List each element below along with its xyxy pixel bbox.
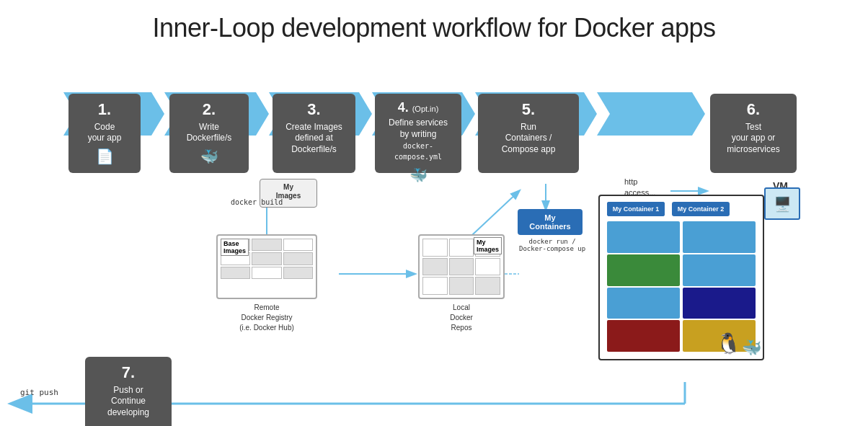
local-repos-box: MyImages: [418, 234, 505, 299]
step1-icon: 📄: [73, 147, 136, 166]
step5-label: RunContainers /Compose app: [482, 122, 575, 156]
diagram-area: 1. Codeyour app 📄 2. WriteDockerfile/s 🐳…: [0, 50, 868, 418]
step7-box: 7. Push orContinuedeveloping: [85, 357, 172, 426]
step7-number: 7.: [89, 363, 167, 383]
remote-registry-label: RemoteDocker Registry(i.e. Docker Hub): [209, 303, 324, 333]
step3-number: 3.: [277, 99, 351, 120]
step2-label: WriteDockerfile/s: [174, 122, 244, 144]
step2-icon: 🐳: [174, 147, 244, 166]
step5-box: 5. RunContainers /Compose app: [478, 94, 579, 173]
step1-number: 1.: [73, 99, 136, 120]
step4-box: 4. (Opt.in) Define servicesby writingdoc…: [375, 94, 461, 173]
remote-registry-box: BaseImages: [216, 234, 317, 299]
my-containers-box: MyContainers: [518, 209, 583, 235]
http-access-label: httpaccess...: [624, 177, 655, 199]
step4-number: 4. (Opt.in): [379, 99, 457, 116]
step3-label: Create Imagesdefined atDockerfile/s: [277, 122, 351, 156]
docker-icon: 🐳: [742, 339, 761, 358]
step1-label: Codeyour app: [73, 122, 136, 144]
vm-monitor-icon: 🖥️: [764, 187, 800, 220]
step3-box: 3. Create Imagesdefined atDockerfile/s: [273, 94, 355, 173]
step6-label: Testyour app ormicroservices: [714, 122, 792, 156]
step4-icon: 🐳: [379, 166, 457, 185]
svg-marker-5: [597, 92, 705, 136]
vm-container-box: My My Container 1 My Container 2: [598, 195, 764, 360]
step5-number: 5.: [482, 99, 575, 120]
penguin-icon: 🐧: [716, 332, 741, 355]
step7-label: Push orContinuedeveloping: [89, 385, 167, 419]
docker-run-label: docker run /Docker-compose up: [519, 238, 585, 252]
my-images-label: MyImages: [276, 183, 301, 200]
step2-box: 2. WriteDockerfile/s 🐳: [169, 94, 249, 173]
step2-number: 2.: [174, 99, 244, 120]
docker-build-label: docker build: [231, 198, 283, 206]
container1-label: My Container 1: [613, 205, 660, 213]
container2-label: My Container 2: [678, 205, 725, 213]
step6-number: 6.: [714, 99, 792, 120]
page-title: Inner-Loop development workflow for Dock…: [0, 0, 868, 50]
page-container: Inner-Loop development workflow for Dock…: [0, 0, 868, 426]
step4-label: Define servicesby writingdocker-compose.…: [379, 117, 457, 162]
step1-box: 1. Codeyour app 📄: [68, 94, 141, 173]
git-push-label: git push: [20, 388, 58, 397]
local-repos-label: LocalDockerRepos: [415, 303, 508, 333]
step6-box: 6. Testyour app ormicroservices: [710, 94, 797, 173]
my-containers-label: MyContainers: [529, 213, 570, 231]
